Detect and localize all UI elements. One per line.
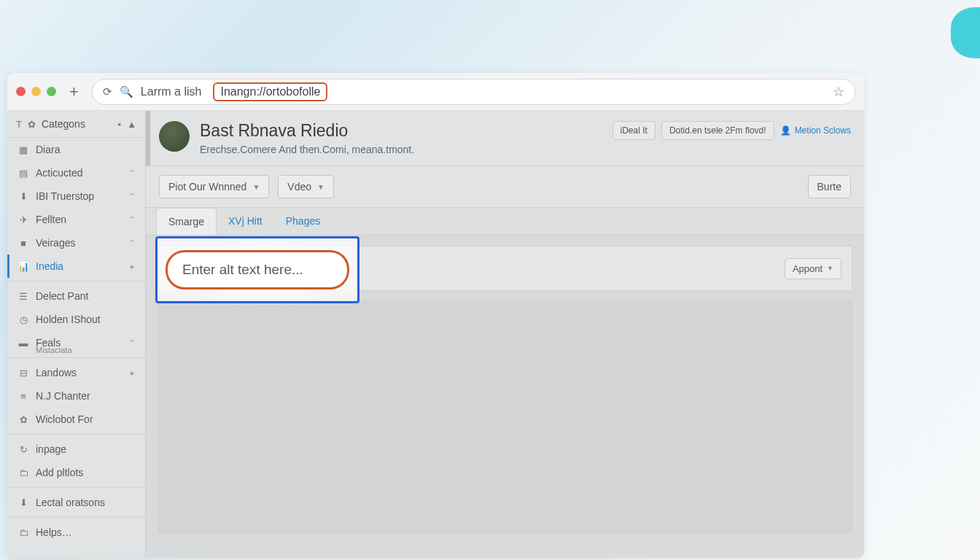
sidebar-item-label: IBI Truerstop — [36, 190, 94, 202]
sidebar-item-label: Acticucted — [36, 167, 83, 179]
browser-window: + ⟳ 🔍 Larrm a lish Inangn://ortobofolle … — [7, 73, 864, 558]
page-title: Bast Rbnava Riedio — [200, 121, 602, 141]
sidebar-item-label: inpage — [36, 443, 66, 455]
alt-text-input-wrapper — [166, 250, 349, 289]
sidebar-item-delect-pant[interactable]: ☰ Delect Pant — [7, 284, 145, 308]
rows-icon: ☰ — [18, 291, 29, 302]
address-url-highlight: Inangn://ortobofolle — [213, 82, 327, 101]
chevron-right-icon: ▸ — [131, 262, 135, 271]
sidebar-item-label: Delect Pant — [36, 290, 88, 302]
sidebar-item-label: Inedia — [36, 260, 63, 272]
reload-icon[interactable]: ⟳ — [103, 85, 112, 98]
clock-icon: ◷ — [18, 314, 29, 325]
sidebar-item-truerstop[interactable]: ⬇ IBI Truerstop ⌃ — [7, 184, 145, 208]
sidebar-divider — [7, 357, 145, 358]
address-bar[interactable]: ⟳ 🔍 Larrm a lish Inangn://ortobofolle ☆ — [92, 79, 855, 105]
sidebar-divider — [7, 487, 145, 488]
user-link-label: Metion Sclows — [795, 125, 851, 136]
dotid-button[interactable]: Dotid.en tsele 2Fm flovd! — [661, 121, 774, 140]
ideal-it-button[interactable]: iDeal It — [612, 121, 656, 140]
tab-smarge[interactable]: Smarge — [156, 208, 217, 235]
sidebar-item-label: Diara — [36, 144, 60, 155]
sidebar-item-wiclobot-for[interactable]: ✿ Wiclobot For — [7, 408, 145, 431]
list-icon: ▤ — [18, 168, 29, 179]
bar-icon: ▬ — [18, 338, 29, 349]
dropdown-label: Piot Our Wnnned — [168, 181, 246, 192]
appont-dropdown[interactable]: Appont ▼ — [785, 258, 841, 279]
gear-icon: ✿ — [18, 414, 29, 425]
sidebar-item-landows[interactable]: ⊟ Landows ▸ — [7, 361, 145, 384]
chevron-down-icon: ▼ — [827, 265, 833, 272]
grid-icon: ▦ — [18, 144, 29, 155]
search-icon: 🔍 — [120, 85, 133, 98]
address-label: Larrm a lish — [141, 85, 202, 98]
sidebar-item-label: Wiclobot For — [36, 413, 93, 425]
sidebar-item-label: Add pltlots — [36, 467, 83, 478]
window-controls — [16, 87, 56, 96]
bookmark-icon[interactable]: ☆ — [833, 84, 844, 100]
sidebar-item-veirages[interactable]: ■ Veirages ⌃ — [7, 231, 145, 254]
sidebar-item-nj-chanter[interactable]: ≡ N.J Chanter — [7, 384, 145, 408]
sidebar-header-label: Categons — [42, 118, 85, 130]
window-icon: ⊟ — [18, 368, 29, 378]
header-actions: iDeal It Dotid.en tsele 2Fm flovd! 👤 Met… — [612, 121, 851, 140]
alt-text-highlight — [155, 236, 359, 303]
chevron-down-icon: ▼ — [317, 183, 324, 191]
appont-label: Appont — [793, 263, 822, 274]
vdeo-dropdown[interactable]: Vdeo ▼ — [278, 175, 334, 198]
sidebar-item-inedia[interactable]: 📊 Inedia ▸ — [7, 254, 145, 278]
tab-phages[interactable]: Phages — [274, 208, 332, 235]
chart-icon: 📊 — [18, 261, 29, 272]
sidebar-item-fellten[interactable]: ✈ Fellten ⌃ — [7, 208, 145, 231]
main-content: Bast Rbnava Riedio Erechse.Comere And th… — [146, 111, 864, 558]
alt-text-input[interactable] — [182, 262, 332, 278]
sidebar: T ✿ Categons ▪ ▲ ▦ Diara ▤ Acticucted ⌃ … — [7, 111, 146, 558]
maximize-window-button[interactable] — [47, 87, 56, 96]
dropdown-label: Vdeo — [287, 181, 311, 192]
burte-button[interactable]: Burte — [808, 175, 851, 198]
sidebar-item-lectal-oratsons[interactable]: ⬇ Lectal oratsons — [7, 491, 145, 514]
new-tab-button[interactable]: + — [63, 82, 85, 101]
button-label: Burte — [817, 181, 841, 192]
sidebar-item-label: Holden IShout — [36, 314, 101, 325]
piot-dropdown[interactable]: Piot Our Wnnned ▼ — [159, 175, 269, 198]
chevron-up-icon: ⌃ — [128, 192, 135, 201]
sidebar-divider — [7, 434, 145, 435]
user-icon: 👤 — [780, 125, 791, 136]
browser-toolbar: + ⟳ 🔍 Larrm a lish Inangn://ortobofolle … — [7, 73, 864, 111]
chevron-up-icon: ⌃ — [128, 168, 135, 178]
content-canvas — [158, 300, 852, 533]
sidebar-item-add-pltlots[interactable]: 🗀 Add pltlots — [7, 461, 145, 484]
tab-xvj-hitt[interactable]: XVj Hitt — [217, 208, 274, 235]
sidebar-item-feals[interactable]: ▬ Feals ⌃ — [7, 331, 145, 350]
sidebar-item-acticucted[interactable]: ▤ Acticucted ⌃ — [7, 161, 145, 184]
tabs-bar: Smarge XVj Hitt Phages — [146, 208, 864, 236]
content-area: Appont ▼ — [146, 236, 864, 558]
sidebar-item-label: Feals — [36, 337, 61, 349]
folder-icon: 🗀 — [18, 467, 29, 478]
sidebar-item-helps[interactable]: 🗀 Helps… — [7, 521, 145, 544]
sidebar-divider — [7, 281, 145, 281]
sidebar-item-label: Helps… — [36, 526, 72, 538]
pin-icon[interactable]: ▪ — [118, 119, 122, 130]
folder-icon: 🗀 — [18, 527, 29, 538]
chevron-down-icon: ▼ — [252, 183, 260, 191]
close-window-button[interactable] — [16, 87, 26, 96]
sidebar-header: T ✿ Categons ▪ ▲ — [7, 111, 145, 138]
header-accent-bar — [146, 111, 150, 166]
toolbar: Piot Our Wnnned ▼ Vdeo ▼ Burte — [146, 166, 864, 208]
sidebar-item-holden-ishout[interactable]: ◷ Holden IShout — [7, 308, 145, 331]
avatar[interactable] — [159, 121, 190, 152]
sidebar-item-inpage[interactable]: ↻ inpage — [7, 438, 145, 461]
minimize-window-button[interactable] — [31, 87, 41, 96]
sidebar-item-diara[interactable]: ▦ Diara — [7, 138, 145, 161]
chevron-up-icon: ⌃ — [128, 215, 135, 225]
refresh-icon: ↻ — [18, 444, 29, 455]
sidebar-item-label: N.J Chanter — [36, 390, 90, 402]
gear-icon[interactable]: ✿ — [28, 119, 36, 130]
user-link[interactable]: 👤 Metion Sclows — [780, 125, 851, 136]
sidebar-item-label: Fellten — [36, 214, 66, 225]
page-subtitle: Erechse.Comere And then.Comi, meana.tmon… — [200, 144, 602, 155]
download-icon: ⬇ — [18, 191, 29, 202]
collapse-icon[interactable]: ▲ — [127, 119, 136, 130]
